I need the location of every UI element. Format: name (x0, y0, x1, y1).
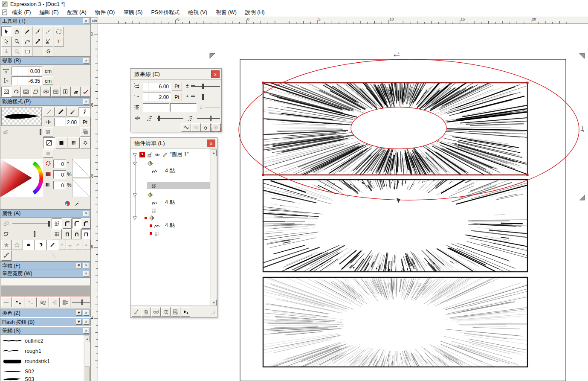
menu-item-file[interactable]: 檔案 (F) (8, 8, 35, 17)
direct-select-tool[interactable] (1, 37, 12, 47)
eyedropper-tool[interactable] (33, 26, 43, 36)
delete-point-button[interactable] (25, 297, 37, 307)
close-icon[interactable]: × (83, 211, 89, 216)
grid-warp-button[interactable] (52, 218, 62, 229)
line-width-field[interactable]: 2.00 (143, 93, 171, 101)
outer-taper-slider[interactable] (197, 114, 220, 122)
stroke-width-unit-button[interactable]: Pt (80, 118, 90, 126)
bezier-tool[interactable] (22, 37, 32, 47)
new-object-button[interactable] (132, 307, 141, 317)
grid-density-button[interactable] (52, 229, 62, 239)
fill-solid-button[interactable] (55, 137, 67, 148)
x-position-field[interactable]: 0.00 (12, 67, 42, 75)
strokearrow-tool[interactable] (33, 37, 43, 47)
menu-item-stroke[interactable]: 筆觸 (S) (119, 8, 147, 17)
blob-button[interactable] (23, 240, 34, 250)
scroll-thumb[interactable] (85, 366, 90, 381)
edit-list-button[interactable] (171, 307, 180, 317)
stroke-hairline-button[interactable] (43, 107, 55, 116)
fill-gradient-button[interactable] (68, 137, 80, 148)
list-updown-button[interactable] (60, 297, 70, 307)
marquee-tool[interactable] (54, 26, 64, 36)
stroke-list-item[interactable]: roundstrk1 (1, 356, 84, 366)
gradient-slider[interactable] (12, 128, 42, 136)
smooth-profile-button[interactable] (37, 297, 49, 307)
hook-line-button[interactable] (201, 123, 211, 132)
stroke-list-item[interactable]: outline2 (1, 336, 84, 346)
group-row[interactable] (132, 191, 153, 198)
resize-grip[interactable] (210, 309, 216, 315)
pressure-slider[interactable] (72, 298, 90, 306)
texture-fill-button[interactable] (43, 127, 53, 137)
rotg-tool[interactable]: G (43, 47, 53, 56)
close-icon[interactable]: x (207, 140, 215, 147)
paintbrush-tool[interactable] (22, 26, 32, 36)
line-length-field[interactable]: 6.00 (143, 82, 171, 90)
mirror-button[interactable] (41, 87, 51, 97)
effect-row-marked[interactable] (150, 230, 160, 237)
object-list-title[interactable]: 物件清單 (L) x (130, 138, 217, 149)
hand-tool[interactable] (12, 26, 22, 36)
zoomgray-tool[interactable] (12, 47, 22, 56)
effect-row-selected[interactable] (151, 182, 157, 189)
scaleh-button[interactable] (51, 87, 61, 97)
y-unit-button[interactable]: cm (43, 76, 53, 85)
menu-item-view[interactable]: 檢視 (V) (184, 8, 211, 17)
group-row[interactable] (132, 160, 153, 167)
stroke-list-item[interactable]: S03 (1, 377, 84, 381)
stroke-thick-button[interactable] (55, 107, 67, 116)
delete-object-button[interactable] (142, 307, 151, 317)
node-option2-button[interactable] (67, 240, 74, 250)
cap-flat-button[interactable] (63, 229, 72, 239)
line-length-unit[interactable]: Pt (172, 82, 182, 90)
scalev-button[interactable] (61, 87, 71, 97)
add-point-button[interactable] (12, 297, 24, 307)
node-option1-button[interactable] (58, 240, 66, 250)
scroll-up-icon[interactable]: ▲ (84, 336, 90, 342)
crescent-button[interactable] (35, 240, 46, 250)
menu-item-help[interactable]: 說明 (H) (241, 8, 269, 17)
dash-style-button[interactable] (1, 250, 12, 261)
group-row-marked[interactable] (132, 214, 155, 221)
line-length-slider[interactable] (191, 82, 220, 90)
stroke-shape-button[interactable] (46, 240, 58, 250)
menu-item-object[interactable]: 物件 (O) (91, 8, 119, 17)
menu-item-window[interactable]: 視窗 (W) (211, 8, 241, 17)
density-field-2[interactable] (170, 103, 197, 112)
effect-lines-title[interactable]: 效果線 (E) x (130, 69, 221, 80)
y-position-field[interactable]: -6.35 (12, 76, 42, 85)
star-solid-button[interactable] (1, 240, 12, 250)
close-icon[interactable]: × (83, 271, 89, 276)
inner-taper-slider[interactable] (157, 114, 183, 122)
cap-round-button[interactable] (72, 229, 81, 239)
flat-profile-button[interactable] (1, 297, 12, 307)
x-unit-button[interactable]: cm (43, 67, 53, 75)
expand-icon[interactable] (132, 215, 138, 221)
secondary-color-well[interactable] (72, 179, 90, 197)
rot2-button[interactable] (11, 87, 21, 97)
stroke-list-item[interactable]: S02 (1, 366, 84, 377)
lock-open-icon[interactable] (147, 152, 153, 158)
skew-slider[interactable] (12, 230, 50, 238)
insq-button[interactable] (21, 87, 31, 97)
close-icon[interactable]: × (83, 328, 89, 334)
scissors-tool[interactable] (43, 37, 53, 47)
stroke-list-item[interactable]: rough1 (1, 346, 84, 356)
swap-colors-button[interactable] (80, 127, 90, 137)
star-outline-button[interactable] (12, 240, 22, 250)
stroke-variable-button[interactable] (79, 107, 90, 116)
layer-row[interactable]: "圖層 1" (132, 151, 188, 158)
fill-sparkle-button[interactable] (80, 137, 90, 148)
path-row[interactable]: 4 點 (151, 199, 175, 206)
wave-cross-button[interactable] (191, 123, 201, 132)
expand-icon[interactable] (132, 152, 138, 158)
path-row-marked[interactable]: 4 點 (150, 222, 175, 229)
line-width-unit[interactable]: Pt (172, 93, 182, 101)
edit-icon[interactable] (162, 152, 168, 158)
redcheck-button[interactable] (81, 87, 90, 97)
primary-color-well[interactable] (72, 159, 90, 178)
twirl-slider[interactable] (12, 220, 50, 227)
eyedropper-small-icon[interactable] (73, 199, 81, 208)
close-icon[interactable]: × (83, 58, 89, 64)
preview-mode-button[interactable] (151, 307, 161, 317)
